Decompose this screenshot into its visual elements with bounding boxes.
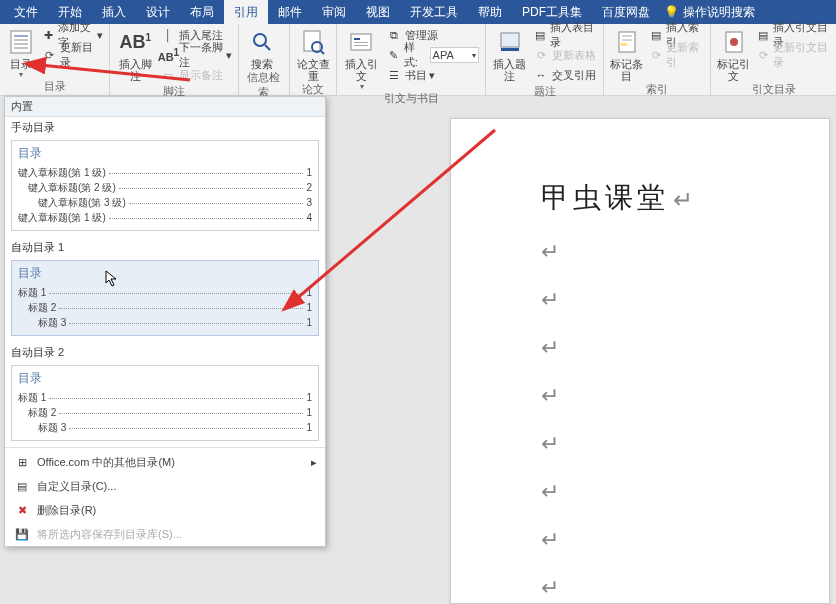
cross-reference-button[interactable]: ↔交叉引用: [533, 66, 597, 84]
toc-button[interactable]: 目录 ▾: [6, 26, 36, 79]
tab-mail[interactable]: 邮件: [268, 0, 312, 24]
tab-view[interactable]: 视图: [356, 0, 400, 24]
paragraph-mark: ↵: [541, 335, 799, 361]
section-manual-toc: 手动目录: [5, 117, 325, 138]
insert-caption-button[interactable]: 插入题注: [492, 26, 527, 82]
chevron-right-icon: ▸: [311, 456, 317, 469]
caret-down-icon: ▾: [19, 70, 23, 79]
more-from-office-button[interactable]: ⊞ Office.com 中的其他目录(M) ▸: [5, 450, 325, 474]
paper-check-icon: [299, 28, 327, 56]
svg-rect-13: [354, 45, 368, 46]
remove-icon: ✖: [13, 502, 31, 518]
toa-icon: ▤: [756, 27, 770, 43]
card-title: 目录: [18, 370, 312, 387]
group-label-toc: 目录: [6, 79, 103, 96]
save-to-gallery-button: 💾 将所选内容保存到目录库(S)...: [5, 522, 325, 546]
tab-review[interactable]: 审阅: [312, 0, 356, 24]
search-icon: [248, 28, 276, 56]
card-title: 目录: [18, 265, 312, 282]
office-icon: ⊞: [13, 454, 31, 470]
save-gallery-icon: 💾: [13, 526, 31, 542]
svg-rect-19: [621, 43, 627, 46]
tab-design[interactable]: 设计: [136, 0, 180, 24]
paper-check-button[interactable]: 论文查重: [296, 26, 330, 82]
ribbon: 目录 ▾ ✚添加文字▾ ⟳更新目录 目录 AB1 插入脚注 │插入尾注 AB1下…: [0, 24, 836, 96]
svg-rect-0: [11, 31, 31, 53]
update-index-button[interactable]: ⟳更新索引: [649, 46, 704, 64]
svg-point-21: [730, 38, 738, 46]
mark-cite-icon: [720, 28, 748, 56]
paragraph-mark: ↵: [541, 575, 799, 601]
paragraph-mark: ↵: [541, 383, 799, 409]
insert-citation-button[interactable]: 插入引文 ▾: [343, 26, 380, 91]
tab-references[interactable]: 引用: [224, 0, 268, 24]
section-auto2: 自动目录 2: [5, 342, 325, 363]
next-footnote-button[interactable]: AB1下一条脚注▾: [160, 46, 231, 64]
tab-layout[interactable]: 布局: [180, 0, 224, 24]
caption-icon: [496, 28, 524, 56]
svg-rect-12: [354, 42, 368, 43]
biblio-icon: ☰: [386, 67, 402, 83]
toc-dropdown: 内置 手动目录 目录 键入章标题(第 1 级)1 键入章标题(第 2 级)2 键…: [4, 96, 326, 547]
remove-toc-button[interactable]: ✖ 删除目录(R): [5, 498, 325, 522]
group-label-citation: 引文与书目: [343, 91, 479, 108]
tab-help[interactable]: 帮助: [468, 0, 512, 24]
document-page[interactable]: 甲虫课堂↵ ↵ ↵ ↵ ↵ ↵ ↵ ↵ ↵: [450, 118, 830, 604]
bibliography-button[interactable]: ☰书目▾: [386, 66, 479, 84]
insert-index-icon: ▤: [649, 27, 663, 43]
manage-icon: ⧉: [386, 27, 402, 43]
pilcrow-icon: ↵: [673, 186, 697, 213]
tab-dev[interactable]: 开发工具: [400, 0, 468, 24]
paragraph-mark: ↵: [541, 479, 799, 505]
tab-baidu[interactable]: 百度网盘: [592, 0, 660, 24]
caret-down-icon: ▾: [360, 82, 364, 91]
title-tab-bar: 文件 开始 插入 设计 布局 引用 邮件 审阅 视图 开发工具 帮助 PDF工具…: [0, 0, 836, 24]
smart-lookup-button[interactable]: 搜索: [245, 26, 279, 70]
update-table-button[interactable]: ⟳更新表格: [533, 46, 597, 64]
svg-point-5: [254, 34, 266, 46]
insert-tof-button[interactable]: ▤插入表目录: [533, 26, 597, 44]
bulb-icon: 💡: [664, 5, 679, 19]
tab-insert[interactable]: 插入: [92, 0, 136, 24]
mark-citation-button[interactable]: 标记引文: [717, 26, 750, 82]
group-citation: 插入引文 ▾ ⧉管理源 ✎样式: APA▾ ☰书目▾ 引文与书目: [337, 24, 486, 95]
group-footnote: AB1 插入脚注 │插入尾注 AB1下一条脚注▾ ▭显示备注 脚注: [110, 24, 239, 95]
manage-sources-button[interactable]: ⧉管理源: [386, 26, 479, 44]
svg-rect-16: [619, 32, 635, 52]
svg-rect-11: [354, 38, 360, 40]
next-footnote-icon: AB1: [160, 47, 176, 63]
custom-toc-icon: ▤: [13, 478, 31, 494]
update-toc-button[interactable]: ⟳更新目录: [42, 46, 104, 64]
doc-title: 甲虫课堂↵: [541, 179, 799, 217]
section-auto1: 自动目录 1: [5, 237, 325, 258]
update-toa-icon: ⟳: [756, 47, 770, 63]
paragraph-mark: ↵: [541, 527, 799, 553]
mark-entry-icon: [613, 28, 641, 56]
tell-me-placeholder: 操作说明搜索: [683, 4, 755, 21]
svg-rect-15: [501, 48, 519, 51]
svg-rect-14: [501, 33, 519, 47]
add-text-icon: ✚: [42, 27, 56, 43]
show-notes-icon: ▭: [160, 67, 176, 83]
tab-file[interactable]: 文件: [4, 0, 48, 24]
style-select[interactable]: ✎样式: APA▾: [386, 46, 479, 64]
toc-icon: [7, 28, 35, 56]
mark-entry-button[interactable]: 标记条目: [610, 26, 643, 82]
group-caption: 插入题注 ▤插入表目录 ⟳更新表格 ↔交叉引用 题注: [486, 24, 604, 95]
show-notes-button[interactable]: ▭显示备注: [160, 66, 231, 84]
toc-template-manual[interactable]: 目录 键入章标题(第 1 级)1 键入章标题(第 2 级)2 键入章标题(第 3…: [11, 140, 319, 231]
update-toa-button[interactable]: ⟳更新引文目录: [756, 46, 830, 64]
svg-line-6: [265, 45, 270, 50]
group-authority: 标记引文 ▤插入引文目录 ⟳更新引文目录 引文目录: [711, 24, 836, 95]
tell-me-search[interactable]: 💡 操作说明搜索: [664, 4, 755, 21]
svg-line-9: [321, 51, 324, 54]
toc-template-auto2[interactable]: 目录 标题 11 标题 21 标题 31: [11, 365, 319, 441]
paragraph-mark: ↵: [541, 239, 799, 265]
footnote-icon: AB1: [121, 28, 149, 56]
custom-toc-button[interactable]: ▤ 自定义目录(C)...: [5, 474, 325, 498]
toc-template-auto1[interactable]: 目录 标题 11 标题 21 标题 31: [11, 260, 319, 336]
paragraph-mark: ↵: [541, 287, 799, 313]
insert-footnote-button[interactable]: AB1 插入脚注: [116, 26, 154, 82]
card-title: 目录: [18, 145, 312, 162]
dropdown-header-builtin: 内置: [5, 97, 325, 117]
